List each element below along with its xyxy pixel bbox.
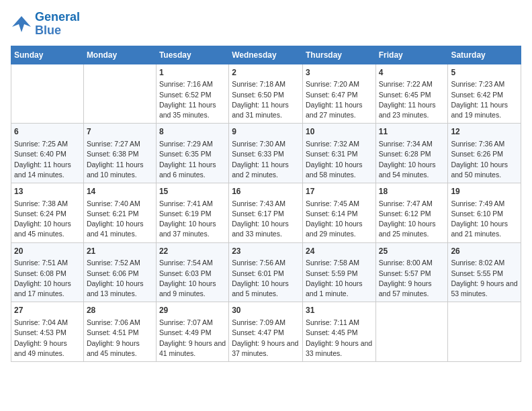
day-info: Sunrise: 7:36 AM Sunset: 6:26 PM Dayligh… bbox=[451, 139, 518, 180]
day-info: Sunrise: 7:45 AM Sunset: 6:14 PM Dayligh… bbox=[306, 199, 373, 240]
calendar-cell: 26Sunrise: 8:02 AM Sunset: 5:55 PM Dayli… bbox=[448, 242, 521, 302]
calendar-cell: 22Sunrise: 7:54 AM Sunset: 6:03 PM Dayli… bbox=[156, 242, 228, 302]
day-number: 1 bbox=[159, 67, 226, 79]
calendar-cell: 19Sunrise: 7:49 AM Sunset: 6:10 PM Dayli… bbox=[448, 183, 521, 242]
calendar-cell: 10Sunrise: 7:32 AM Sunset: 6:31 PM Dayli… bbox=[302, 124, 375, 183]
logo-text: General Blue bbox=[35, 11, 80, 38]
day-info: Sunrise: 7:16 AM Sunset: 6:52 PM Dayligh… bbox=[159, 79, 226, 120]
calendar-cell: 11Sunrise: 7:34 AM Sunset: 6:28 PM Dayli… bbox=[375, 124, 448, 183]
day-number: 8 bbox=[159, 126, 226, 138]
logo-icon bbox=[11, 15, 32, 34]
calendar-cell: 16Sunrise: 7:43 AM Sunset: 6:17 PM Dayli… bbox=[229, 183, 303, 242]
header-sunday: Sunday bbox=[11, 46, 84, 64]
calendar-cell: 23Sunrise: 7:56 AM Sunset: 6:01 PM Dayli… bbox=[229, 242, 303, 302]
day-info: Sunrise: 7:51 AM Sunset: 6:08 PM Dayligh… bbox=[14, 258, 81, 299]
day-info: Sunrise: 7:38 AM Sunset: 6:24 PM Dayligh… bbox=[14, 199, 81, 240]
day-number: 15 bbox=[159, 186, 226, 197]
day-number: 31 bbox=[306, 305, 373, 316]
logo: General Blue bbox=[11, 11, 80, 38]
header-wednesday: Wednesday bbox=[229, 46, 303, 64]
calendar-cell: 3Sunrise: 7:20 AM Sunset: 6:47 PM Daylig… bbox=[302, 64, 375, 124]
day-info: Sunrise: 7:20 AM Sunset: 6:47 PM Dayligh… bbox=[306, 79, 373, 120]
calendar-cell: 9Sunrise: 7:30 AM Sunset: 6:33 PM Daylig… bbox=[229, 124, 303, 183]
calendar-table: SundayMondayTuesdayWednesdayThursdayFrid… bbox=[11, 46, 521, 362]
day-number: 13 bbox=[14, 186, 81, 197]
day-info: Sunrise: 7:41 AM Sunset: 6:19 PM Dayligh… bbox=[159, 199, 226, 240]
calendar-body: 1Sunrise: 7:16 AM Sunset: 6:52 PM Daylig… bbox=[11, 64, 521, 361]
calendar-cell: 6Sunrise: 7:25 AM Sunset: 6:40 PM Daylig… bbox=[11, 124, 84, 183]
day-info: Sunrise: 7:30 AM Sunset: 6:33 PM Dayligh… bbox=[232, 139, 300, 180]
day-info: Sunrise: 7:40 AM Sunset: 6:21 PM Dayligh… bbox=[87, 199, 153, 240]
day-info: Sunrise: 7:32 AM Sunset: 6:31 PM Dayligh… bbox=[306, 139, 373, 180]
calendar-cell: 20Sunrise: 7:51 AM Sunset: 6:08 PM Dayli… bbox=[11, 242, 84, 302]
header-monday: Monday bbox=[83, 46, 156, 64]
day-info: Sunrise: 7:06 AM Sunset: 4:51 PM Dayligh… bbox=[87, 318, 153, 359]
day-number: 2 bbox=[232, 67, 300, 79]
day-number: 17 bbox=[306, 186, 373, 197]
calendar-cell: 27Sunrise: 7:04 AM Sunset: 4:53 PM Dayli… bbox=[11, 302, 84, 362]
day-number: 30 bbox=[232, 305, 300, 316]
calendar-cell: 15Sunrise: 7:41 AM Sunset: 6:19 PM Dayli… bbox=[156, 183, 228, 242]
day-number: 24 bbox=[306, 246, 373, 257]
day-number: 25 bbox=[379, 246, 445, 257]
day-info: Sunrise: 7:47 AM Sunset: 6:12 PM Dayligh… bbox=[379, 199, 445, 240]
day-info: Sunrise: 7:04 AM Sunset: 4:53 PM Dayligh… bbox=[14, 318, 81, 359]
day-number: 26 bbox=[451, 246, 518, 257]
calendar-cell: 30Sunrise: 7:09 AM Sunset: 4:47 PM Dayli… bbox=[229, 302, 303, 362]
day-info: Sunrise: 7:09 AM Sunset: 4:47 PM Dayligh… bbox=[232, 318, 300, 359]
day-info: Sunrise: 8:00 AM Sunset: 5:57 PM Dayligh… bbox=[379, 258, 445, 299]
day-info: Sunrise: 7:25 AM Sunset: 6:40 PM Dayligh… bbox=[14, 139, 81, 180]
calendar-cell: 7Sunrise: 7:27 AM Sunset: 6:38 PM Daylig… bbox=[83, 124, 156, 183]
calendar-cell: 2Sunrise: 7:18 AM Sunset: 6:50 PM Daylig… bbox=[229, 64, 303, 124]
day-number: 19 bbox=[451, 186, 518, 197]
day-number: 27 bbox=[14, 305, 81, 316]
calendar-cell: 25Sunrise: 8:00 AM Sunset: 5:57 PM Dayli… bbox=[375, 242, 448, 302]
day-number: 29 bbox=[159, 305, 226, 316]
day-info: Sunrise: 7:23 AM Sunset: 6:42 PM Dayligh… bbox=[451, 79, 518, 120]
calendar-cell bbox=[375, 302, 448, 362]
page-header: General Blue bbox=[11, 11, 521, 38]
day-number: 20 bbox=[14, 246, 81, 257]
day-number: 12 bbox=[451, 126, 518, 138]
calendar-cell bbox=[83, 64, 156, 124]
day-info: Sunrise: 7:34 AM Sunset: 6:28 PM Dayligh… bbox=[379, 139, 445, 180]
day-info: Sunrise: 7:58 AM Sunset: 5:59 PM Dayligh… bbox=[306, 258, 373, 299]
calendar-cell: 17Sunrise: 7:45 AM Sunset: 6:14 PM Dayli… bbox=[302, 183, 375, 242]
day-info: Sunrise: 7:22 AM Sunset: 6:45 PM Dayligh… bbox=[379, 79, 445, 120]
day-number: 6 bbox=[14, 126, 81, 138]
day-number: 7 bbox=[87, 126, 153, 138]
header-friday: Friday bbox=[375, 46, 448, 64]
header-thursday: Thursday bbox=[302, 46, 375, 64]
day-number: 14 bbox=[87, 186, 153, 197]
week-row-2: 6Sunrise: 7:25 AM Sunset: 6:40 PM Daylig… bbox=[11, 124, 521, 183]
day-info: Sunrise: 7:29 AM Sunset: 6:35 PM Dayligh… bbox=[159, 139, 226, 180]
week-row-5: 27Sunrise: 7:04 AM Sunset: 4:53 PM Dayli… bbox=[11, 302, 521, 362]
day-number: 5 bbox=[451, 67, 518, 79]
calendar-cell bbox=[448, 302, 521, 362]
calendar-cell: 1Sunrise: 7:16 AM Sunset: 6:52 PM Daylig… bbox=[156, 64, 228, 124]
calendar-cell: 14Sunrise: 7:40 AM Sunset: 6:21 PM Dayli… bbox=[83, 183, 156, 242]
calendar-cell: 21Sunrise: 7:52 AM Sunset: 6:06 PM Dayli… bbox=[83, 242, 156, 302]
svg-marker-0 bbox=[12, 16, 31, 32]
week-row-4: 20Sunrise: 7:51 AM Sunset: 6:08 PM Dayli… bbox=[11, 242, 521, 302]
calendar-cell: 18Sunrise: 7:47 AM Sunset: 6:12 PM Dayli… bbox=[375, 183, 448, 242]
day-info: Sunrise: 7:07 AM Sunset: 4:49 PM Dayligh… bbox=[159, 318, 226, 359]
header-saturday: Saturday bbox=[448, 46, 521, 64]
day-info: Sunrise: 7:18 AM Sunset: 6:50 PM Dayligh… bbox=[232, 79, 300, 120]
week-row-3: 13Sunrise: 7:38 AM Sunset: 6:24 PM Dayli… bbox=[11, 183, 521, 242]
day-info: Sunrise: 7:56 AM Sunset: 6:01 PM Dayligh… bbox=[232, 258, 300, 299]
day-info: Sunrise: 7:49 AM Sunset: 6:10 PM Dayligh… bbox=[451, 199, 518, 240]
header-tuesday: Tuesday bbox=[156, 46, 228, 64]
day-number: 9 bbox=[232, 126, 300, 138]
calendar-cell: 31Sunrise: 7:11 AM Sunset: 4:45 PM Dayli… bbox=[302, 302, 375, 362]
day-info: Sunrise: 7:54 AM Sunset: 6:03 PM Dayligh… bbox=[159, 258, 226, 299]
day-number: 10 bbox=[306, 126, 373, 138]
calendar-header: SundayMondayTuesdayWednesdayThursdayFrid… bbox=[11, 46, 521, 64]
day-number: 11 bbox=[379, 126, 445, 138]
calendar-cell: 5Sunrise: 7:23 AM Sunset: 6:42 PM Daylig… bbox=[448, 64, 521, 124]
calendar-cell: 8Sunrise: 7:29 AM Sunset: 6:35 PM Daylig… bbox=[156, 124, 228, 183]
calendar-cell: 28Sunrise: 7:06 AM Sunset: 4:51 PM Dayli… bbox=[83, 302, 156, 362]
day-info: Sunrise: 7:11 AM Sunset: 4:45 PM Dayligh… bbox=[306, 318, 373, 359]
day-number: 16 bbox=[232, 186, 300, 197]
calendar-cell: 24Sunrise: 7:58 AM Sunset: 5:59 PM Dayli… bbox=[302, 242, 375, 302]
